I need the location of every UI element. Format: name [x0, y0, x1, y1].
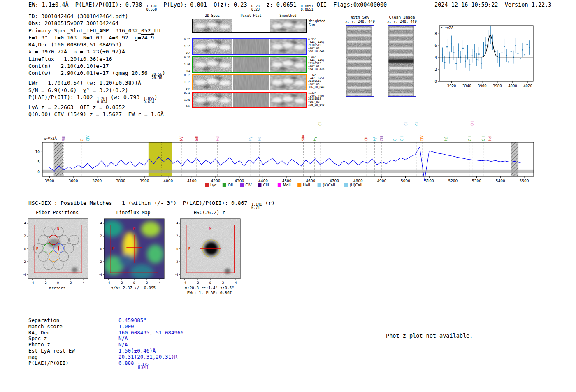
svg-text:4: 4 — [100, 221, 102, 225]
svg-text:4800: 4800 — [353, 179, 363, 183]
spec2d-row-left-label: 0.231.13064 — [181, 38, 192, 55]
clean-image-image — [388, 25, 416, 97]
cutout-image — [270, 93, 306, 107]
cutout-image — [193, 39, 232, 54]
match-table: Separation0.459085"Match score1.000RA, D… — [28, 318, 183, 369]
fiber-positions-plot: NE-4-4-2-2002244 — [18, 217, 96, 285]
svg-text:5400: 5400 — [496, 179, 505, 183]
match-table-row: Separation0.459085" — [28, 318, 183, 324]
with-sky-title: With Sky — [337, 15, 383, 19]
svg-text:2: 2 — [435, 67, 437, 72]
match-table-label: RA, Dec — [28, 330, 118, 336]
info-line: Cont(w) = 2.90(±0.01)e-17 (gmag 20.56 20… — [28, 70, 165, 79]
with-sky-panel: With Sky x, y: 240, 449 — [337, 15, 383, 97]
match-table-value: N/A — [118, 342, 128, 348]
clean-image-coords: x, y: 240, 449 — [379, 19, 425, 23]
match-table-value: 20.31(20.31,20.31)R — [118, 354, 177, 360]
report-version: Version 1.22.3 — [505, 1, 552, 8]
match-table-label: Match score — [28, 324, 118, 330]
with-sky-coords: x, y: 240, 449 — [337, 19, 383, 23]
svg-text:5200: 5200 — [448, 179, 458, 183]
info-line: ID: 3001042464 (3001042464.pdf) — [28, 13, 165, 20]
spec2d-row-right-label: 1.34"(242, 625)20180515v007_03316_LU_049 — [307, 74, 331, 90]
lineflux-map-panel: Lineflux Map NE-4-4-2-2002244 s/b: 2.37 … — [94, 210, 172, 290]
spec2d-row-images — [192, 74, 307, 90]
svg-text:-4: -4 — [175, 273, 179, 276]
fiber-positions-panel: Fiber Positions NE-4-4-2-2002244 arcsecs — [18, 210, 96, 290]
legend-swatch — [318, 183, 321, 187]
spec2d-row-right-label: 0.35"(240, 449)20180515v007_02316_LU_049 — [307, 38, 331, 55]
spec2d-row-right-label: WeightedSum — [307, 19, 332, 33]
stacked-fraction: 1.1750.691 — [138, 363, 149, 369]
line-label: Hγ — [313, 137, 317, 141]
svg-text:-2: -2 — [196, 281, 199, 285]
match-table-row: mag20.31(20.31,20.31)R — [28, 354, 183, 360]
hsc-cutout-panel: HSC(26.2) r NE-4-4-2-2002244 m:20.3 re:1… — [170, 210, 249, 295]
compass-east: E — [188, 247, 191, 251]
legend-label: (K)CaII — [323, 183, 335, 187]
spec2d-row-left-label — [181, 19, 192, 33]
legend-swatch — [278, 183, 281, 187]
line-label: CIV — [86, 135, 90, 141]
svg-text:3980: 3980 — [493, 84, 502, 88]
svg-text:4000: 4000 — [508, 84, 517, 88]
svg-text:5300: 5300 — [472, 179, 481, 183]
svg-text:4020: 4020 — [523, 84, 532, 88]
svg-text:0: 0 — [133, 281, 135, 285]
svg-text:-2: -2 — [99, 260, 102, 264]
cutout-image — [270, 75, 306, 90]
match-table-label: Spec z — [28, 336, 118, 342]
svg-text:-4: -4 — [99, 273, 102, 276]
match-table-row: Photo zN/A — [28, 342, 183, 348]
cutout-image — [233, 39, 269, 54]
line-label: SiII — [62, 136, 66, 141]
cutout-image — [193, 57, 232, 72]
line-label: Hβ — [444, 137, 448, 141]
svg-text:4000: 4000 — [163, 179, 173, 183]
spec2d-row: 0.101.000641.32"(240, 449)20180515v007_0… — [181, 92, 331, 108]
svg-text:4200: 4200 — [211, 179, 221, 183]
svg-text:2: 2 — [222, 281, 224, 285]
spec2d-row-left-label: 0.101.00064 — [181, 92, 192, 108]
line-label: CIII — [318, 121, 322, 126]
cutout-image — [233, 93, 269, 107]
cutout-image — [233, 75, 269, 90]
lineflux-map-plot: NE-4-4-2-2002244 — [94, 217, 172, 285]
svg-text:4100: 4100 — [187, 179, 197, 183]
line-label: HeII — [216, 135, 220, 141]
compass-north: N — [133, 226, 136, 230]
svg-text:0: 0 — [435, 79, 437, 84]
match-table-row: Spec zN/A — [28, 336, 183, 342]
match-table-row: Est LyA rest-EW1.50(±0.46)Å — [28, 348, 183, 354]
svg-text:2: 2 — [146, 281, 148, 285]
svg-text:2: 2 — [70, 281, 72, 285]
svg-text:4700: 4700 — [330, 179, 339, 183]
legend-swatch — [223, 183, 226, 187]
match-table-label: Est LyA rest-EW — [28, 348, 118, 354]
legend-label: CIII — [263, 183, 269, 187]
svg-text:4600: 4600 — [306, 179, 315, 183]
spec2d-row: 0.211.950641.09"(240, 449)20180515v007_0… — [181, 56, 331, 73]
svg-text:0: 0 — [57, 281, 59, 285]
spectrum-line — [49, 147, 524, 181]
photz-note: Phot z plot not available. — [386, 332, 473, 339]
stacked-fraction: 20.5620.56 — [151, 73, 162, 79]
lineflux-map-xlabel: s/b: 2.37 +/- 0.095 — [94, 285, 172, 290]
svg-text:10: 10 — [35, 150, 40, 154]
cutout-image — [270, 39, 306, 54]
hsc-cutout-xlabel2: EWr: 1. PLAE: 0.867 — [170, 290, 249, 295]
elixer-report-page: EW: 1.1±0.4Å P(LAE)/P(OII): 0.738 1.1040… — [0, 0, 576, 392]
stacked-fraction: 1.1410.71 — [251, 203, 262, 209]
svg-text:5100: 5100 — [425, 179, 434, 183]
compass-north: N — [209, 226, 212, 230]
info-line: S/N = 6.9(±0.6) χ² = 3.2(±0.2) — [28, 87, 165, 94]
header-summary-line: EW: 1.1±0.4Å P(LAE)/P(OII): 0.738 1.1040… — [28, 1, 387, 11]
hsc-cutout-title: HSC(26.2) r — [170, 210, 249, 217]
match-table-label: Photo z — [28, 342, 118, 348]
col-header-smoothed: Smoothed — [280, 14, 297, 18]
spec2d-row-images — [192, 92, 307, 108]
legend-label: (H)CaII — [350, 183, 362, 187]
info-line: RA,Dec (160.008698,51.084953) — [28, 41, 165, 48]
cutout-image — [193, 75, 232, 90]
line-label: SiII — [195, 136, 199, 141]
